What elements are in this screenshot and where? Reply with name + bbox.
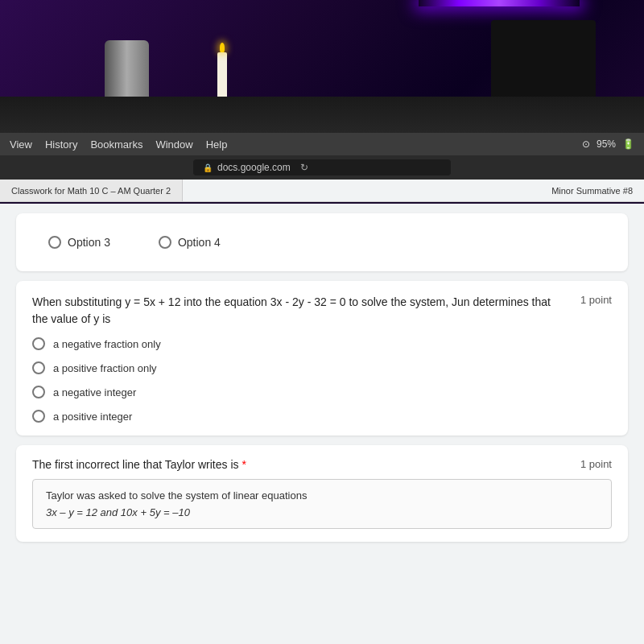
question2-text: When substituting y = 5x + 12 into the e… (32, 294, 564, 328)
answer-radio-1[interactable] (32, 337, 45, 350)
refresh-icon[interactable]: ↻ (300, 162, 308, 173)
answer-label-1: a negative fraction only (53, 338, 161, 350)
monitor-object (491, 20, 596, 101)
menu-help[interactable]: Help (206, 138, 228, 151)
menu-bookmarks[interactable]: Bookmarks (90, 138, 142, 151)
battery-icon: 🔋 (622, 138, 634, 150)
question2-card: When substituting y = 5x + 12 into the e… (16, 281, 628, 436)
background-scene (0, 0, 644, 145)
question3-header: The first incorrect line that Taylor wri… (32, 458, 612, 471)
browser-chrome: View History Bookmarks Window Help ⊙ 95%… (0, 133, 644, 202)
answer-label-4: a positive integer (53, 411, 132, 423)
cylinder-object (105, 40, 149, 105)
question3-points: 1 point (580, 458, 612, 471)
option-4-label: Option 4 (178, 236, 221, 249)
candle-object (217, 52, 227, 101)
tabs-row: Classwork for Math 10 C – AM Quarter 2 M… (0, 180, 644, 202)
option-3-item[interactable]: Option 3 (48, 236, 110, 249)
option-3-radio[interactable] (48, 236, 61, 249)
answer-option-1[interactable]: a negative fraction only (32, 337, 612, 350)
purple-led-strip (419, 0, 580, 6)
menu-view[interactable]: View (10, 138, 32, 151)
url-text: docs.google.com (217, 162, 291, 173)
answer-label-2: a positive fraction only (53, 362, 157, 374)
menu-bar: View History Bookmarks Window Help ⊙ 95%… (0, 133, 644, 155)
wifi-icon: ⊙ (582, 138, 590, 150)
question3-text: The first incorrect line that Taylor wri… (32, 458, 564, 471)
tab-left[interactable]: Classwork for Math 10 C – AM Quarter 2 (0, 180, 183, 201)
menu-window[interactable]: Window (155, 138, 192, 151)
question2-points: 1 point (580, 294, 612, 328)
menu-history[interactable]: History (45, 138, 77, 151)
tab-right: Minor Summative #8 (540, 181, 644, 200)
question2-header: When substituting y = 5x + 12 into the e… (32, 294, 612, 328)
page-content: Option 3 Option 4 When substituting y = … (0, 204, 644, 644)
candle-flame (220, 43, 225, 52)
answer-radio-4[interactable] (32, 410, 45, 423)
answer-option-2[interactable]: a positive fraction only (32, 361, 612, 374)
answer-option-3[interactable]: a negative integer (32, 386, 612, 398)
battery-status: 95% (597, 138, 616, 150)
option-row: Option 3 Option 4 (32, 226, 612, 258)
taylor-equation: 3x – y = 12 and 10x + 5y = –10 (46, 506, 598, 518)
question3-card: The first incorrect line that Taylor wri… (16, 445, 628, 542)
taylor-box: Taylor was asked to solve the system of … (32, 479, 612, 529)
required-asterisk: * (242, 458, 246, 471)
address-bar[interactable]: 🔒 docs.google.com ↻ (193, 159, 451, 175)
options-card: Option 3 Option 4 (16, 213, 628, 271)
option-3-label: Option 3 (68, 236, 110, 249)
taylor-title: Taylor was asked to solve the system of … (46, 489, 598, 502)
answer-radio-2[interactable] (32, 361, 45, 374)
question2-answers: a negative fraction only a positive frac… (32, 337, 612, 423)
lock-icon: 🔒 (203, 163, 213, 172)
answer-label-3: a negative integer (53, 386, 136, 398)
option-4-item[interactable]: Option 4 (159, 236, 221, 249)
answer-radio-3[interactable] (32, 386, 45, 398)
answer-option-4[interactable]: a positive integer (32, 410, 612, 423)
address-bar-row: 🔒 docs.google.com ↻ (0, 155, 644, 180)
menu-right-status: ⊙ 95% 🔋 (582, 138, 634, 150)
option-4-radio[interactable] (159, 236, 171, 249)
